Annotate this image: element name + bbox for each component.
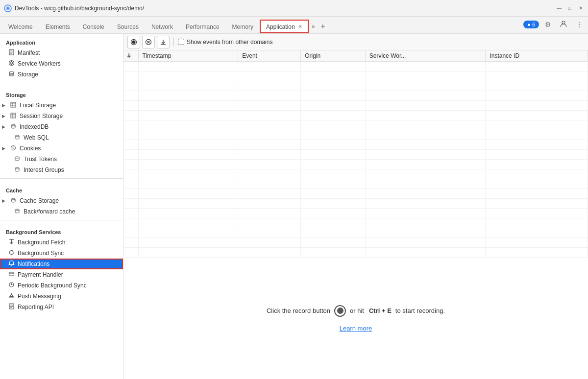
tab-sources[interactable]: Sources xyxy=(111,20,145,33)
more-tabs-button[interactable]: » xyxy=(309,20,318,33)
table-row xyxy=(123,209,588,218)
push-messaging-icon xyxy=(8,292,15,300)
close-button[interactable]: ✕ xyxy=(577,5,584,12)
table-row xyxy=(123,62,588,71)
arrow-icon: ▶ xyxy=(2,124,7,129)
interest-groups-icon xyxy=(14,166,21,174)
table-row xyxy=(123,248,588,258)
sidebar-item-payment-handler[interactable]: Payment Handler xyxy=(0,269,123,280)
settings-button[interactable]: ⚙ xyxy=(541,18,555,31)
divider-1 xyxy=(0,83,123,83)
maximize-button[interactable]: □ xyxy=(566,5,573,12)
trust-tokens-label: Trust Tokens xyxy=(24,156,57,163)
table-row xyxy=(123,120,588,130)
reporting-api-icon xyxy=(8,303,15,311)
indexeddb-label: IndexedDB xyxy=(20,123,49,130)
sidebar-item-periodic-background-sync[interactable]: Periodic Background Sync xyxy=(0,280,123,291)
trust-tokens-icon xyxy=(14,156,21,163)
sidebar-item-session-storage[interactable]: ▶ Session Storage xyxy=(0,111,123,121)
col-origin: Origin xyxy=(301,50,366,62)
background-sync-icon xyxy=(8,249,15,257)
title-bar: DevTools - wicg.github.io/background-syn… xyxy=(0,0,588,17)
svg-point-9 xyxy=(10,62,12,64)
notifications-label: Notifications xyxy=(18,261,49,267)
download-button[interactable] xyxy=(157,36,170,48)
toolbar-divider xyxy=(173,38,174,47)
tab-application[interactable]: Application ✕ xyxy=(260,20,309,33)
issues-icon: ● xyxy=(527,22,531,27)
learn-more-link[interactable]: Learn more xyxy=(340,325,372,332)
svg-point-24 xyxy=(12,147,12,147)
more-options-button[interactable]: ⋮ xyxy=(572,18,586,31)
svg-point-22 xyxy=(15,135,19,137)
tab-bar: Welcome Elements Console Sources Network… xyxy=(0,17,588,34)
sidebar-item-manifest[interactable]: Manifest xyxy=(0,47,123,58)
add-tab-button[interactable]: + xyxy=(318,20,328,33)
divider-2 xyxy=(0,178,123,179)
main-layout: Application Manifest Service Workers Sto… xyxy=(0,34,588,379)
sidebar-item-cache-storage[interactable]: ▶ Cache Storage xyxy=(0,195,123,206)
info-text-after: or hit xyxy=(350,307,364,314)
svg-point-23 xyxy=(11,145,16,150)
sidebar-item-web-sql[interactable]: Web SQL xyxy=(0,132,123,143)
record-button[interactable] xyxy=(127,36,140,48)
sidebar-item-local-storage[interactable]: ▶ Local Storage xyxy=(0,100,123,111)
sidebar-item-indexeddb[interactable]: ▶ IndexedDB xyxy=(0,121,123,132)
record-button-inline xyxy=(334,305,346,317)
sidebar-item-back-forward-cache[interactable]: Back/forward cache xyxy=(0,206,123,217)
sidebar-item-cookies[interactable]: ▶ Cookies xyxy=(0,143,123,154)
sidebar-item-storage[interactable]: Storage xyxy=(0,69,123,80)
window-controls: — □ ✕ xyxy=(556,5,584,12)
table-area: # Timestamp Event Origin Service Wor... … xyxy=(123,50,588,258)
svg-point-3 xyxy=(562,21,565,24)
tab-performance[interactable]: Performance xyxy=(179,20,226,33)
periodic-background-sync-label: Periodic Background Sync xyxy=(18,282,87,289)
tab-close-icon[interactable]: ✕ xyxy=(298,24,302,30)
col-hash: # xyxy=(123,50,138,62)
svg-point-28 xyxy=(15,167,19,169)
minimize-button[interactable]: — xyxy=(556,5,563,12)
sidebar-item-trust-tokens[interactable]: Trust Tokens xyxy=(0,154,123,165)
sidebar-item-notifications[interactable]: Notifications xyxy=(0,259,123,269)
sidebar-item-push-messaging[interactable]: Push Messaging xyxy=(0,291,123,302)
info-text-before: Click the record button xyxy=(267,307,330,314)
col-timestamp: Timestamp xyxy=(138,50,238,62)
sidebar-item-background-fetch[interactable]: Background Fetch xyxy=(0,237,123,248)
session-storage-icon xyxy=(10,113,17,120)
table-body xyxy=(123,62,588,258)
svg-point-25 xyxy=(13,146,14,147)
tab-memory[interactable]: Memory xyxy=(226,20,260,33)
sidebar-item-background-sync[interactable]: Background Sync xyxy=(0,248,123,259)
service-workers-label: Service Workers xyxy=(18,60,61,67)
content-area: Show events from other domains # Timesta… xyxy=(123,34,588,379)
storage-label: Storage xyxy=(18,71,38,78)
sidebar-item-interest-groups[interactable]: Interest Groups xyxy=(0,165,123,175)
clear-button[interactable] xyxy=(142,36,155,48)
settings-icon: ⚙ xyxy=(545,21,551,28)
payment-handler-label: Payment Handler xyxy=(18,271,63,278)
tab-welcome[interactable]: Welcome xyxy=(2,20,39,33)
svg-point-26 xyxy=(13,148,13,148)
table-row xyxy=(123,101,588,111)
periodic-sync-icon xyxy=(8,282,15,289)
payment-handler-icon xyxy=(8,271,15,279)
table-row xyxy=(123,91,588,101)
info-text-end: to start recording. xyxy=(395,307,445,314)
show-events-checkbox[interactable] xyxy=(178,39,184,45)
push-messaging-label: Push Messaging xyxy=(18,293,61,300)
tab-elements[interactable]: Elements xyxy=(39,20,76,33)
sidebar-item-service-workers[interactable]: Service Workers xyxy=(0,58,123,69)
window-title: DevTools - wicg.github.io/background-syn… xyxy=(15,5,556,12)
storage-icon xyxy=(8,71,15,78)
customize-button[interactable] xyxy=(557,18,570,31)
issues-badge[interactable]: ● 6 xyxy=(523,21,539,28)
tab-console[interactable]: Console xyxy=(76,20,111,33)
more-icon: ⋮ xyxy=(576,21,583,28)
issues-count: 6 xyxy=(532,22,535,27)
col-service-worker: Service Wor... xyxy=(365,50,486,62)
svg-point-27 xyxy=(15,157,19,158)
sidebar-item-reporting-api[interactable]: Reporting API xyxy=(0,302,123,312)
sidebar-section-storage: Storage xyxy=(0,86,123,100)
tab-network[interactable]: Network xyxy=(145,20,179,33)
show-events-label[interactable]: Show events from other domains xyxy=(178,39,272,46)
